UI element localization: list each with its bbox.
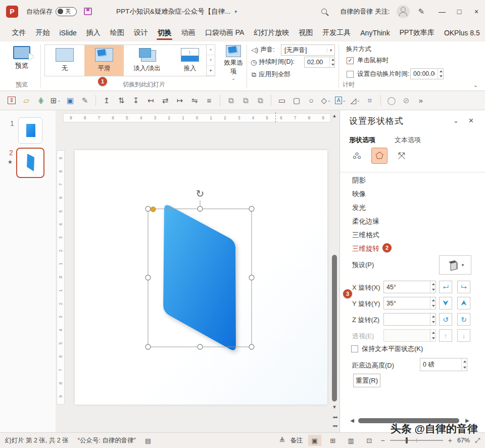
- rounded-rectangle-shape-icon[interactable]: ▢: [290, 95, 303, 107]
- distribute-horizontal-icon[interactable]: ⇋: [188, 95, 201, 107]
- menu-tab-13[interactable]: PPT效率库: [395, 24, 439, 40]
- slide-2-thumbnail[interactable]: [16, 148, 44, 178]
- align-middle-icon[interactable]: ⇅: [115, 95, 128, 107]
- duration-up-icon[interactable]: [330, 57, 334, 62]
- effect-item-0[interactable]: 阴影: [352, 176, 366, 185]
- previous-slide-icon[interactable]: ⏶⏶: [330, 415, 338, 420]
- effect-item-1[interactable]: 映像: [352, 190, 366, 199]
- scroll-down-icon[interactable]: ▼: [330, 405, 338, 410]
- rotate-z-ccw-button[interactable]: ↺: [439, 313, 452, 326]
- z-rotation-spinbox[interactable]: [383, 313, 436, 326]
- transition-morph[interactable]: 平滑: [84, 45, 124, 76]
- fit-to-height-icon[interactable]: ⇕: [5, 95, 18, 107]
- proofing-icon[interactable]: ▤: [145, 437, 151, 444]
- rotate-x-up-button[interactable]: ⮠: [439, 281, 452, 293]
- on-mouse-click-option[interactable]: ✓ 单击鼠标时: [347, 56, 389, 65]
- x-rotation-spinbox[interactable]: [383, 281, 436, 293]
- align-top-icon[interactable]: ↥: [100, 95, 113, 107]
- menu-tab-1[interactable]: 开始: [31, 24, 55, 40]
- reset-button[interactable]: 重置(R): [353, 374, 380, 387]
- fill-bucket-icon[interactable]: 🝆: [349, 148, 365, 164]
- zoom-in-button[interactable]: +: [448, 436, 452, 444]
- duration-spinbox[interactable]: [304, 57, 335, 68]
- duration-input[interactable]: [305, 59, 329, 66]
- collapse-ribbon-icon[interactable]: ⌄: [473, 82, 478, 88]
- menu-tab-6[interactable]: 切换: [153, 24, 176, 40]
- effect-item-4[interactable]: 三维格式: [352, 231, 379, 240]
- panel-close-icon[interactable]: ✕: [468, 117, 474, 124]
- document-title[interactable]: PPT小知识&疑难杂症-公众号【自律... ▾: [116, 7, 237, 16]
- subtract-shapes-icon[interactable]: ⊘: [400, 95, 413, 107]
- slide-1-thumbnail[interactable]: [18, 117, 42, 144]
- gallery-scroll-down-icon[interactable]: ˅: [207, 55, 215, 65]
- distribute-vertical-icon[interactable]: ≡: [203, 95, 216, 107]
- slide-sorter-view-icon[interactable]: ⊞: [326, 435, 340, 446]
- rotate-x-down-button[interactable]: ⮡: [457, 281, 470, 293]
- bring-forward-icon[interactable]: ⧉: [224, 95, 237, 107]
- rotate-y-right-button[interactable]: ⮝: [457, 297, 470, 309]
- shapes-menu-icon[interactable]: ◇⌄: [319, 95, 332, 107]
- menu-tab-2[interactable]: iSlide: [55, 25, 81, 40]
- menu-tab-0[interactable]: 文件: [7, 24, 31, 40]
- tab-text-options[interactable]: 文本选项: [395, 136, 421, 145]
- group-shapes-icon[interactable]: ⧉: [254, 95, 267, 107]
- fit-to-window-icon[interactable]: ⤢: [475, 437, 480, 444]
- scroll-left-icon[interactable]: ◀: [348, 418, 356, 423]
- panel-collapse-icon[interactable]: ⌄: [453, 117, 459, 124]
- lasso-select-icon[interactable]: ⌗: [363, 95, 376, 107]
- auto-advance-checkbox[interactable]: [347, 71, 354, 78]
- distance-input[interactable]: [420, 361, 461, 368]
- rotate-y-left-button[interactable]: ⮟: [439, 297, 452, 309]
- maximize-button[interactable]: □: [451, 4, 468, 19]
- search-icon[interactable]: [321, 9, 327, 14]
- auto-advance-spinbox[interactable]: [410, 68, 444, 79]
- slide-layout-icon[interactable]: ▣: [64, 95, 77, 107]
- menu-tab-4[interactable]: 绘图: [105, 24, 129, 40]
- menu-tab-9[interactable]: 幻灯片放映: [249, 24, 294, 40]
- normal-view-icon[interactable]: ▣: [308, 435, 321, 446]
- rectangle-shape-icon[interactable]: ▭: [275, 95, 288, 107]
- next-slide-icon[interactable]: ⏷⏷: [330, 424, 338, 429]
- notes-button[interactable]: 备注: [290, 436, 303, 445]
- menu-tab-10[interactable]: 视图: [294, 24, 318, 40]
- distribute-spacing-icon[interactable]: ⋕: [34, 95, 47, 107]
- align-left-icon[interactable]: ↤: [144, 95, 157, 107]
- vertical-scrollbar[interactable]: ▲ ▼ ⏶⏶ ⏷⏷: [330, 112, 338, 431]
- y-rotation-input[interactable]: [384, 300, 430, 307]
- more-tools-icon[interactable]: »: [414, 95, 427, 107]
- insert-placeholder-icon[interactable]: ⊞⌄: [49, 95, 62, 107]
- size-properties-icon[interactable]: ⤧: [394, 148, 410, 164]
- auto-advance-up-icon[interactable]: [438, 69, 443, 74]
- send-backward-icon[interactable]: ⧉: [239, 95, 252, 107]
- preset-dropdown[interactable]: ▾: [439, 255, 471, 275]
- gallery-more-icon[interactable]: ▾: [207, 66, 215, 76]
- text-box-icon[interactable]: A⌄: [334, 95, 347, 107]
- menu-tab-11[interactable]: 开发工具: [318, 24, 356, 40]
- keep-text-flat-checkbox[interactable]: [351, 345, 358, 352]
- ellipse-shape-icon[interactable]: ○: [305, 95, 318, 107]
- keep-text-flat-option[interactable]: 保持文本平面状态(K): [351, 344, 423, 353]
- rotation-handle-icon[interactable]: ↻: [196, 188, 205, 199]
- on-mouse-click-checkbox[interactable]: ✓: [347, 57, 354, 64]
- sound-dropdown[interactable]: [无声音] ▾: [281, 44, 335, 56]
- reading-view-icon[interactable]: ▥: [345, 435, 358, 446]
- menu-tab-12[interactable]: AnyThink: [356, 25, 395, 40]
- zoom-slider[interactable]: [390, 440, 443, 441]
- effect-item-3[interactable]: 柔化边缘: [352, 217, 379, 226]
- shape-outline-icon[interactable]: ◿⌄: [349, 95, 362, 107]
- adjust-handle[interactable]: [151, 207, 156, 212]
- avatar[interactable]: [397, 5, 410, 18]
- tab-shape-options[interactable]: 形状选项: [349, 136, 375, 145]
- auto-advance-input[interactable]: [411, 70, 438, 77]
- save-icon[interactable]: [84, 8, 92, 15]
- distance-spinbox[interactable]: [420, 358, 467, 371]
- select-object-icon[interactable]: ▱: [20, 95, 33, 107]
- duration-down-icon[interactable]: [330, 62, 334, 67]
- align-right-icon[interactable]: ↦: [173, 95, 186, 107]
- z-rotation-input[interactable]: [384, 316, 430, 323]
- auto-advance-down-icon[interactable]: [438, 74, 443, 79]
- y-rotation-spinbox[interactable]: [383, 297, 436, 309]
- selected-parallelogram-shape[interactable]: [163, 205, 236, 350]
- format-painter-icon[interactable]: ✎: [78, 95, 91, 107]
- gallery-scroll-up-icon[interactable]: ˄: [207, 45, 215, 55]
